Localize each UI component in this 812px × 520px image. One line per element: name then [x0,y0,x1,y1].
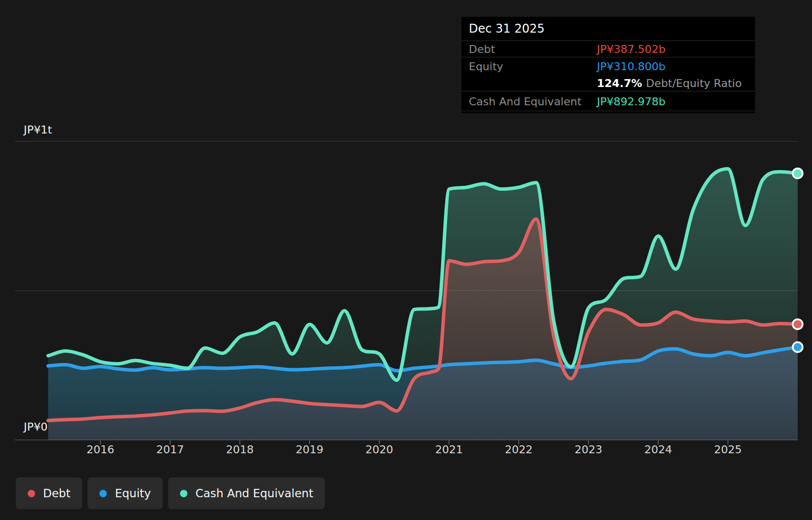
legend-item-debt[interactable]: Debt [16,477,82,509]
x-axis-year-label-2017: 2017 [140,443,200,456]
legend-cash-label: Cash And Equivalent [195,487,313,500]
x-axis-year-label-2021: 2021 [419,443,479,456]
equity-endpoint-marker[interactable] [793,342,803,352]
tooltip-debt-value: JP¥387.502b [597,43,666,55]
x-axis-year-label-2022: 2022 [489,443,548,456]
y-axis-label-0: JP¥0 [24,421,48,433]
tooltip-ratio-value: 124.7% [597,77,642,89]
cash-endpoint-marker[interactable] [793,169,803,178]
x-axis-year-label-2016: 2016 [71,443,130,456]
legend-item-equity[interactable]: Equity [88,477,163,509]
tooltip-ratio-row: 124.7%Debt/Equity Ratio [461,75,755,91]
tooltip-cash-row: Cash And Equivalent JP¥892.978b [461,91,755,111]
equity-legend-dot-icon [99,490,107,497]
x-axis-year-label-2019: 2019 [280,443,339,456]
debt-endpoint-marker[interactable] [793,319,803,329]
debt-legend-dot-icon [28,490,35,497]
x-axis-year-label-2020: 2020 [350,443,409,456]
cash-legend-dot-icon [180,490,187,497]
legend-equity-label: Equity [115,487,151,500]
x-axis-year-label-2023: 2023 [559,443,618,456]
tooltip-equity-value: JP¥310.800b [597,60,666,73]
chart-legend: Debt Equity Cash And Equivalent [16,477,325,509]
tooltip-cash-label: Cash And Equivalent [469,95,582,107]
x-axis-year-label-2025: 2025 [698,443,758,456]
tooltip-date: Dec 31 2025 [461,17,755,41]
tooltip-equity-row: Equity JP¥310.800b [461,57,755,75]
tooltip-ratio-label: Debt/Equity Ratio [646,77,742,89]
tooltip-debt-label: Debt [469,43,495,55]
legend-debt-label: Debt [43,487,70,500]
chart-tooltip: Dec 31 2025 Debt JP¥387.502b Equity JP¥3… [461,17,755,113]
tooltip-cash-value: JP¥892.978b [597,95,666,107]
y-axis-label-1t: JP¥1t [24,124,52,136]
tooltip-equity-label: Equity [469,60,503,73]
x-axis-year-label-2024: 2024 [629,443,688,456]
x-axis-year-label-2018: 2018 [210,443,270,456]
legend-item-cash[interactable]: Cash And Equivalent [168,477,325,509]
tooltip-debt-row: Debt JP¥387.502b [461,41,755,57]
